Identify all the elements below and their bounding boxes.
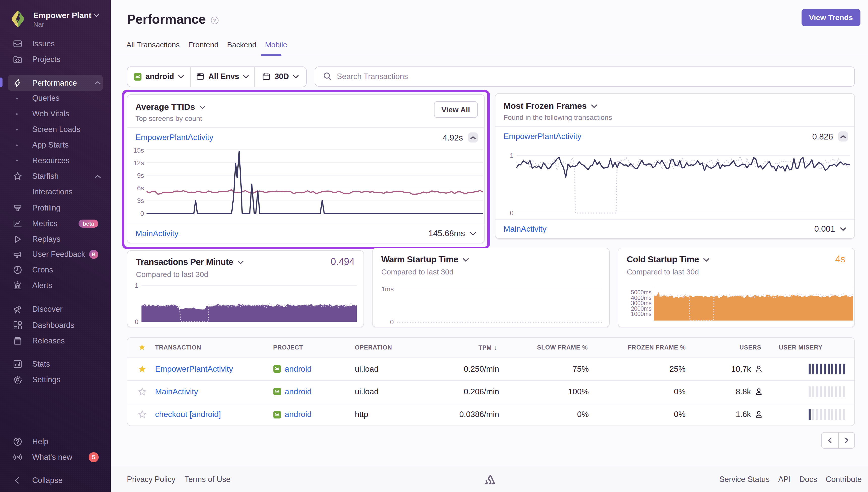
svg-text:0: 0 [135,318,138,325]
svg-text:0: 0 [390,318,394,325]
svg-text:12s: 12s [133,159,144,167]
svg-text:1: 1 [135,281,138,289]
svg-text:3s: 3s [137,197,144,204]
svg-text:0: 0 [141,210,144,217]
svg-text:15s: 15s [133,147,144,154]
svg-text:1: 1 [510,152,514,159]
svg-text:1000ms: 1000ms [631,311,652,317]
svg-text:9s: 9s [137,172,144,179]
svg-text:1ms: 1ms [381,285,394,293]
svg-text:0: 0 [510,209,514,217]
svg-text:6s: 6s [137,184,144,192]
